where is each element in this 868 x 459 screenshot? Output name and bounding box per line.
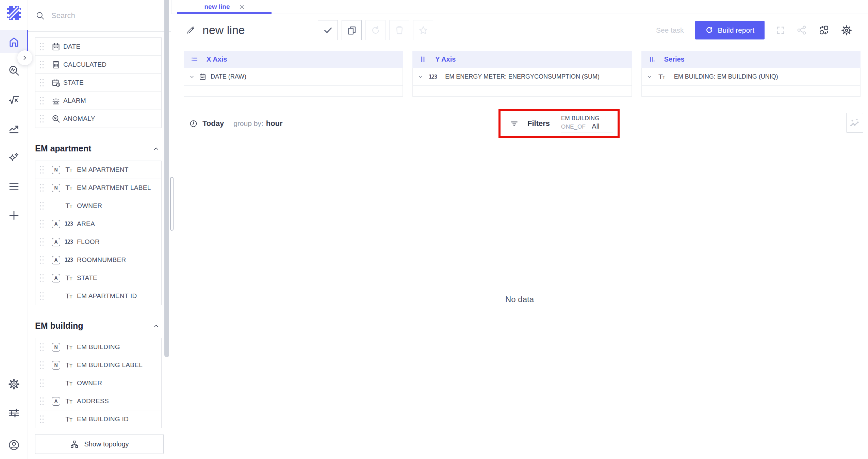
filter-operator[interactable]: ONE_OF [561,124,586,130]
page-title: new line [202,23,245,37]
rail-item-ai[interactable] [0,146,28,169]
tab-label: new line [204,3,230,11]
field-row[interactable]: DATE [35,37,162,56]
field-row[interactable]: NTTEM BUILDING LABEL [35,356,162,374]
field-label: EM APARTMENT LABEL [77,184,151,192]
trash-icon [394,25,405,36]
apply-button[interactable] [318,20,338,40]
field-group-header[interactable]: EM apartment [35,144,162,153]
field-row[interactable]: NTTEM APARTMENT LABEL [35,179,162,197]
panel-header-y-axis: Y Axis [412,51,632,68]
favorite-button[interactable] [413,20,433,40]
filter-value[interactable]: All [592,122,599,130]
rail-item-trends[interactable] [0,117,28,140]
settings-gear-icon[interactable] [841,24,852,36]
rail-item-preferences[interactable] [0,401,28,424]
expand-field-icon [418,74,423,80]
badge-letter: A [52,256,60,264]
field-row[interactable]: NTTEM BUILDING [35,338,162,356]
close-tab-icon[interactable] [239,3,245,10]
time-range-button[interactable]: Today [202,119,224,128]
reset-button[interactable] [365,20,386,40]
field-group-title: EM apartment [35,144,91,153]
fullscreen-icon[interactable] [776,26,785,35]
field-label: ALARM [63,97,86,104]
field-row[interactable]: ATTSTATE [35,269,162,287]
field-row[interactable]: TTOWNER [35,374,162,392]
anomaly-search-icon [51,114,61,124]
convert-chart-icon[interactable] [818,24,830,36]
filter-condition: ONE_OF All [561,122,613,132]
field-row[interactable]: CALCULATED [35,55,162,74]
text-type-icon: TT [63,274,74,282]
insights-button[interactable] [846,113,863,133]
share-icon[interactable] [797,25,807,35]
field-row[interactable]: A123FLOOR [35,233,162,251]
text-type-icon: TT [63,361,74,369]
axis-field-y-axis[interactable]: 123EM ENERGY METER: ENERGYCONSUMPTION (S… [412,68,632,86]
page-scrollbar[interactable] [164,0,169,357]
rail-item-profile[interactable] [0,433,28,456]
trend-icon [8,122,20,135]
text-type-icon: TT [63,343,74,351]
badge-a-icon: A [51,397,61,406]
field-row[interactable]: A123AREA [35,215,162,233]
rail-divider [0,429,28,429]
field-row[interactable]: TTEM APARTMENT ID [35,287,162,305]
search-input[interactable] [51,11,136,20]
main-content: new line new line [171,0,868,459]
axis-field-label: EM ENERGY METER: ENERGYCONSUMPTION (SUM) [445,73,600,80]
nav-rail [0,0,28,459]
rail-item-menu[interactable] [0,175,28,198]
field-row[interactable]: ANOMALY [35,110,162,128]
drag-handle-icon [39,165,44,174]
field-row[interactable]: TTEM BUILDING ID [35,410,162,428]
rail-item-add[interactable] [0,204,28,227]
anomaly-search-icon [8,65,20,77]
field-row[interactable]: TTOWNER [35,197,162,215]
rail-item-home[interactable] [0,30,28,53]
axis-field-x-axis[interactable]: DATE (RAW) [184,68,403,86]
drag-handle-icon [39,42,44,51]
home-icon [8,36,20,48]
badge-a-icon: A [51,274,61,282]
show-topology-button[interactable]: Show topology [35,434,164,454]
axis-field-series[interactable]: TTEM BUILDING: EM BUILDING (UNIQ) [641,68,861,86]
field-row[interactable]: ATTADDRESS [35,392,162,410]
rename-pencil-icon[interactable] [186,26,195,35]
tab-new-line[interactable]: new line [188,0,262,14]
star-icon [418,25,429,36]
field-group-header[interactable]: EM building [35,321,162,331]
see-task-link[interactable]: See task [656,26,684,34]
app-logo[interactable] [6,5,22,21]
number-type-icon: 123 [63,239,74,245]
rail-item-settings[interactable] [0,373,28,395]
badge-a-icon: A [51,220,61,228]
expand-sidebar-button[interactable] [17,50,32,65]
drag-handle-icon [39,78,44,87]
axis-drop-zone-x-axis[interactable] [184,86,403,97]
group-by-value[interactable]: hour [266,119,283,128]
field-row[interactable]: NTTEM APARTMENT [35,161,162,179]
field-row[interactable]: ALARM [35,92,162,110]
duplicate-button[interactable] [342,20,362,40]
field-row[interactable]: STATE [35,73,162,92]
field-label: EM BUILDING [77,343,120,351]
rail-item-formulas[interactable] [0,88,28,111]
build-report-button[interactable]: Build report [695,21,765,39]
drag-handle-icon [39,201,44,210]
badge-n-icon: N [51,361,61,370]
y-axis-icon [419,55,427,63]
delete-button[interactable] [389,20,409,40]
badge-a-icon: A [51,256,61,264]
axis-drop-zone-series[interactable] [641,86,861,97]
sparkles-icon [8,151,20,164]
filters-label: Filters [527,119,550,128]
field-row[interactable]: A123ROOMNUMBER [35,251,162,269]
field-list-scrollbar[interactable] [170,177,174,231]
axis-drop-zone-y-axis[interactable] [412,86,632,97]
text-type-icon: TT [63,379,74,387]
header-actions: See task Build report [656,20,852,40]
text-type-icon: TT [63,184,74,192]
drag-handle-icon [39,415,44,424]
